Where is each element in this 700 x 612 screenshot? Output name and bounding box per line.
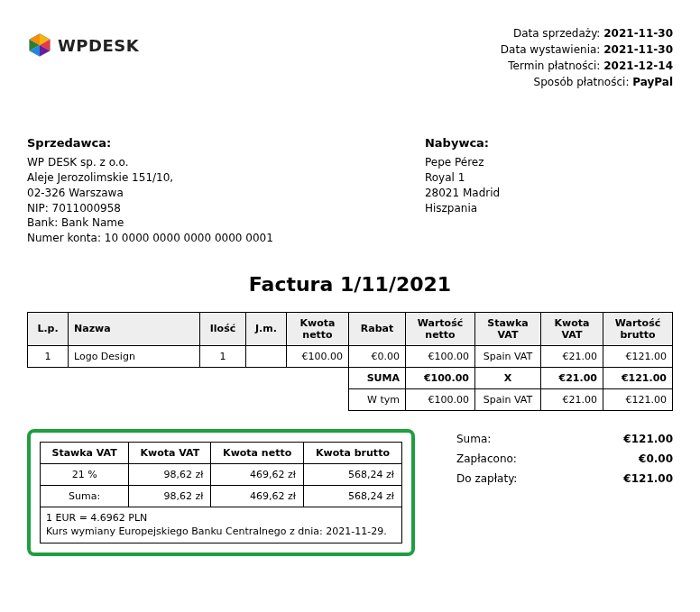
col-unit: J.m. [246,312,287,345]
col-gross: Wartość brutto [603,312,673,345]
seller-bank: Bank: Bank Name [27,215,389,231]
seller-heading: Sprzedawca: [27,135,389,151]
seller-name: WP DESK sp. z o.o. [27,155,389,170]
buyer-address2: 28021 Madrid [425,186,500,201]
exchange-rate-note: 1 EUR = 4.6962 PLN Kurs wymiany Europejs… [40,507,402,543]
totals-paid: €0.00 [639,452,673,465]
buyer-address1: Royal 1 [425,170,500,186]
col-discount: Rabat [349,312,406,345]
logo: WPDESK [27,32,139,58]
sale-date: 2021-11-30 [603,27,673,40]
buyer-block: Nabywca: Pepe Pérez Royal 1 28021 Madrid… [425,135,500,246]
col-netvalue: Wartość netto [406,312,475,345]
wpdesk-logo-icon [27,32,52,58]
sum-row: SUMA €100.00 X €21.00 €121.00 [28,367,673,388]
buyer-name: Pepe Pérez [425,155,500,170]
totals-sum: €121.00 [623,433,673,445]
col-qty: Ilość [200,312,246,345]
vat-summary-box: Stawka VAT Kwota VAT Kwota netto Kwota b… [27,429,415,556]
table-row: 1 Logo Design 1 €100.00 €0.00 €100.00 Sp… [28,345,673,367]
seller-nip: NIP: 7011000958 [27,201,389,216]
col-net: Kwota netto [287,312,349,345]
totals-sum-label: Suma: [456,433,491,445]
totals-due: €121.00 [623,472,673,485]
seller-address2: 02-326 Warszawa [27,186,389,201]
totals-block: Suma:€121.00 Zapłacono:€0.00 Do zapłaty:… [456,429,673,489]
col-lp: L.p. [28,312,69,345]
totals-paid-label: Zapłacono: [456,452,517,465]
col-vat: Kwota VAT [541,312,603,345]
incl-row: W tym €100.00 Spain VAT €21.00 €121.00 [28,388,673,410]
seller-block: Sprzedawca: WP DESK sp. z o.o. Aleje Jer… [27,135,389,246]
logo-text: WPDESK [58,36,139,55]
issue-date-label: Data wystawienia: [501,43,601,56]
col-vatrate: Stawka VAT [475,312,541,345]
totals-due-label: Do zapłaty: [456,472,517,485]
items-table: L.p. Nazwa Ilość J.m. Kwota netto Rabat … [27,312,673,411]
payment-method: PayPal [632,76,673,88]
due-date-label: Termin płatności: [508,59,600,72]
vat-row: Suma: 98,62 zł 469,62 zł 568,24 zł [41,485,402,507]
invoice-title: Factura 1/11/2021 [27,273,673,296]
vat-row: 21 % 98,62 zł 469,62 zł 568,24 zł [41,463,402,485]
issue-date: 2021-11-30 [603,43,673,56]
sale-date-label: Data sprzedaży: [513,27,601,40]
payment-method-label: Sposób płatności: [534,76,630,88]
vat-table: Stawka VAT Kwota VAT Kwota netto Kwota b… [40,442,402,507]
buyer-heading: Nabywca: [425,135,500,151]
due-date: 2021-12-14 [603,59,673,72]
col-name: Nazwa [69,312,200,345]
seller-account: Numer konta: 10 0000 0000 0000 0000 0001 [27,231,389,246]
buyer-country: Hiszpania [425,201,500,216]
invoice-meta: Data sprzedaży: 2021-11-30 Data wystawie… [501,25,673,90]
seller-address1: Aleje Jerozolimskie 151/10, [27,170,389,186]
